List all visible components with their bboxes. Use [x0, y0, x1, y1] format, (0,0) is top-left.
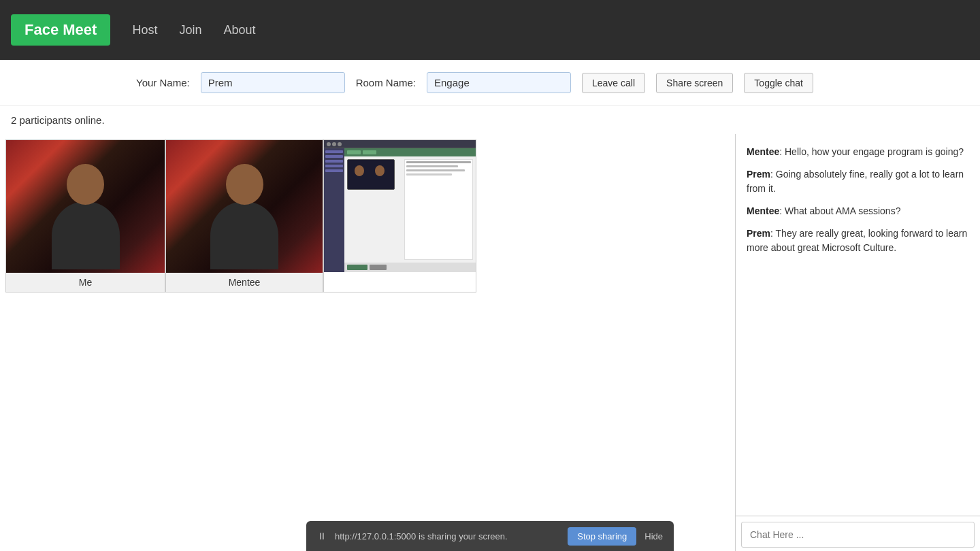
- mentee-label: Mentee: [166, 273, 323, 292]
- controls-bar: Your Name: Room Name: Leave call Share s…: [0, 60, 980, 106]
- chat-sender-2: Prem: [747, 169, 770, 180]
- pause-icon: ⏸: [317, 531, 327, 541]
- screen-toolbar: [344, 148, 476, 156]
- nav-host[interactable]: Host: [132, 23, 157, 37]
- me-silhouette: [45, 164, 127, 273]
- leave-call-button[interactable]: Leave call: [582, 73, 645, 93]
- share-screen-button[interactable]: Share screen: [656, 73, 733, 93]
- mentee-silhouette: [203, 164, 285, 273]
- your-name-label: Your Name:: [136, 77, 190, 88]
- hide-button[interactable]: Hide: [644, 531, 663, 541]
- mentee-head: [226, 164, 263, 205]
- screen-share-item: [323, 139, 476, 293]
- chat-message-3: Mentee: What about AMA sessions?: [747, 204, 969, 218]
- nav-join[interactable]: Join: [179, 23, 201, 37]
- screen-toolbar-btn-2: [363, 150, 376, 154]
- me-video-background: [6, 140, 165, 273]
- screen-body-right: [404, 159, 473, 260]
- video-item-mentee: Mentee: [165, 139, 323, 293]
- me-video-placeholder: [6, 140, 165, 273]
- chat-text-1: : Hello, how your engage program is goin…: [779, 146, 964, 157]
- chat-message-4: Prem: They are really great, looking for…: [747, 227, 969, 255]
- screen-bottom-btn-1: [347, 265, 368, 270]
- screen-sidebar-item-1: [325, 150, 343, 153]
- screen-sidebar-item-5: [325, 169, 343, 172]
- screen-text-line-1: [406, 161, 471, 163]
- screen-main: [344, 148, 476, 272]
- mentee-video-background: [166, 140, 323, 273]
- me-body: [52, 201, 120, 269]
- navbar: Face Meet Host Join About: [0, 0, 980, 60]
- video-item-me: Me: [5, 139, 165, 293]
- screen-sidebar-item-2: [325, 155, 343, 158]
- room-name-input[interactable]: [427, 72, 571, 93]
- screen-text-line-3: [406, 169, 465, 171]
- screen-text-line-2: [406, 165, 458, 167]
- screen-dot-1: [327, 142, 331, 146]
- chat-sender-1: Mentee: [747, 146, 779, 157]
- main-content: Me Mentee: [0, 134, 980, 551]
- chat-input[interactable]: [741, 522, 975, 548]
- screen-body-left: [347, 159, 402, 260]
- nav-about[interactable]: About: [223, 23, 255, 37]
- video-area: Me Mentee: [0, 134, 735, 551]
- chat-message-2: Prem: Going absolutely fine, really got …: [747, 167, 969, 196]
- screen-share-preview: [324, 140, 476, 272]
- stop-sharing-button[interactable]: Stop sharing: [568, 527, 636, 546]
- screen-sidebar-item-3: [325, 160, 343, 163]
- screen-sidebar-item-4: [325, 165, 343, 167]
- chat-text-4: : They are really great, looking forward…: [747, 228, 967, 253]
- mini-head-2: [375, 165, 385, 176]
- brand-logo[interactable]: Face Meet: [11, 14, 110, 46]
- chat-text-3: : What about AMA sessions?: [779, 205, 900, 216]
- mini-video-1: [347, 159, 395, 190]
- screen-bottom-btn-2: [370, 265, 387, 270]
- screen-sidebar: [324, 148, 344, 272]
- chat-input-container: [736, 516, 980, 551]
- screen-bottom-bar: [344, 263, 476, 272]
- screen-dot-3: [338, 142, 342, 146]
- chat-panel: Mentee: Hello, how your engage program i…: [735, 134, 980, 551]
- mini-head-1: [355, 165, 364, 176]
- video-grid: Me Mentee: [5, 139, 735, 293]
- mentee-body: [210, 201, 278, 269]
- me-head: [67, 164, 104, 205]
- me-label: Me: [6, 273, 165, 292]
- mentee-video-placeholder: [166, 140, 323, 273]
- chat-text-2: : Going absolutely fine, really got a lo…: [747, 169, 964, 194]
- screen-content-area: [324, 148, 476, 272]
- screen-text-line-4: [406, 173, 452, 176]
- your-name-input[interactable]: [201, 72, 345, 93]
- participants-count: 2 participants online.: [11, 114, 105, 126]
- screen-preview-inner: [324, 140, 476, 272]
- screen-topbar: [324, 140, 476, 148]
- room-name-label: Room Name:: [356, 77, 416, 88]
- chat-messages: Mentee: Hello, how your engage program i…: [736, 134, 980, 516]
- screen-toolbar-btn-1: [347, 150, 361, 154]
- chat-message-1: Mentee: Hello, how your engage program i…: [747, 145, 969, 159]
- toggle-chat-button[interactable]: Toggle chat: [744, 73, 813, 93]
- chat-sender-4: Prem: [747, 228, 770, 239]
- sharing-text: http://127.0.0.1:5000 is sharing your sc…: [335, 531, 559, 541]
- screen-dot-2: [332, 142, 336, 146]
- sharing-banner: ⏸ http://127.0.0.1:5000 is sharing your …: [306, 521, 674, 551]
- chat-sender-3: Mentee: [747, 205, 779, 216]
- screen-body: [344, 156, 476, 263]
- participants-info: 2 participants online.: [0, 106, 980, 134]
